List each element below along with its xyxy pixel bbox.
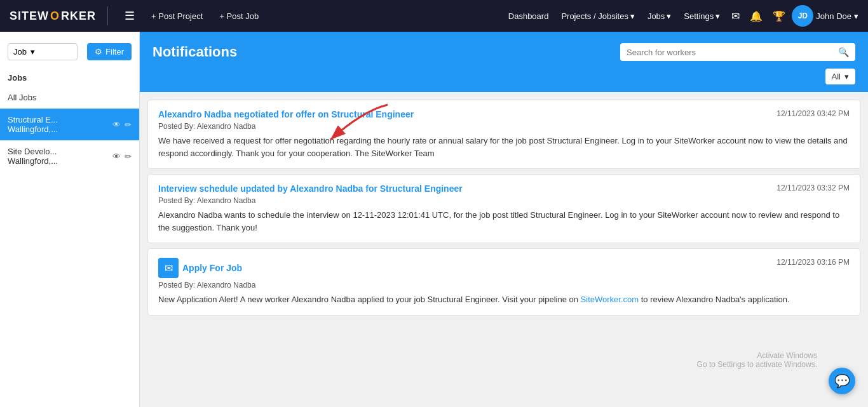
- post-job-button[interactable]: + Post Job: [214, 9, 264, 23]
- logo-text: SITEW: [10, 10, 49, 23]
- structural-job-location: Wallingford,...: [8, 124, 112, 134]
- search-workers-input[interactable]: [627, 48, 833, 57]
- nav-divider: [107, 6, 108, 25]
- notification-3-top: ✉ Apply For Job 12/11/2023 03:16 PM: [158, 258, 850, 278]
- trophy-icon-button[interactable]: 🏆: [769, 8, 789, 25]
- logo-rest: RKER: [61, 10, 96, 23]
- user-chevron-icon: ▾: [854, 11, 858, 21]
- notification-2-title[interactable]: Interview schedule updated by Alexandro …: [158, 183, 463, 194]
- notification-3-date: 12/11/2023 03:16 PM: [776, 258, 850, 267]
- notification-3-poster: Posted By: Alexandro Nadba: [158, 281, 850, 290]
- all-filter-dropdown[interactable]: All ▾: [825, 69, 855, 84]
- notification-1-poster: Posted By: Alexandro Nadba: [158, 122, 850, 131]
- edit-icon-2[interactable]: ✏: [125, 152, 132, 161]
- notification-2-poster: Posted By: Alexandro Nadba: [158, 196, 850, 205]
- filter-label: Filter: [105, 47, 124, 57]
- structural-job-name: Structural E...: [8, 115, 112, 124]
- notification-3-body: New Application Alert! A new worker Alex…: [158, 293, 850, 306]
- all-filter-label: All: [832, 72, 841, 81]
- envelope-icon: ✉: [158, 258, 179, 278]
- notification-card-1: Alexandro Nadba negotiated for offer on …: [147, 100, 860, 169]
- edit-icon[interactable]: ✏: [125, 120, 132, 130]
- notifications-list: Alexandro Nadba negotiated for offer on …: [140, 92, 868, 323]
- all-jobs-label: All Jobs: [8, 93, 132, 102]
- dropdown-chevron-icon: ▾: [31, 47, 35, 57]
- notifications-body: Alexandro Nadba negotiated for offer on …: [140, 92, 868, 323]
- projects-chevron-icon: ▾: [630, 11, 635, 21]
- notifications-title: Notifications: [153, 44, 237, 60]
- logo-accent: O: [50, 10, 60, 23]
- user-name-button[interactable]: John Doe ▾: [816, 11, 858, 21]
- eye-icon-2[interactable]: 👁: [112, 152, 121, 161]
- jobs-link[interactable]: Jobs ▾: [642, 9, 676, 23]
- site-devel-job-name: Site Develo...: [8, 147, 112, 156]
- job-type-dropdown[interactable]: Job ▾: [8, 43, 78, 60]
- settings-link[interactable]: Settings ▾: [679, 9, 725, 23]
- siteworker-link[interactable]: SiteWorker.com: [581, 295, 639, 304]
- nav-links: Dashboard Projects / Jobsites ▾ Jobs ▾ S…: [503, 5, 858, 27]
- notification-1-body: We have received a request for offer neg…: [158, 135, 850, 159]
- notification-3-title[interactable]: Apply For Job: [182, 263, 242, 273]
- filter-icon: ⚙: [95, 47, 102, 57]
- sidebar-item-structural[interactable]: Structural E... Wallingford,... 👁 ✏: [0, 109, 139, 140]
- sidebar: Job ▾ ⚙ Filter Jobs All Jobs Structural …: [0, 32, 140, 407]
- bell-icon-button[interactable]: 🔔: [746, 8, 766, 25]
- search-box: 🔍: [620, 43, 855, 61]
- hamburger-menu-button[interactable]: ☰: [119, 6, 140, 25]
- chat-bubble-button[interactable]: 💬: [829, 368, 855, 394]
- all-jobs-item[interactable]: All Jobs: [0, 86, 139, 109]
- user-name-label: John Doe: [816, 11, 851, 21]
- notification-card-2: Interview schedule updated by Alexandro …: [147, 174, 860, 243]
- filter-bar: All ▾: [140, 69, 868, 92]
- site-logo: SITEWORKER: [10, 10, 96, 23]
- site-devel-job-location: Wallingford,...: [8, 156, 112, 166]
- sidebar-filter-row: Job ▾ ⚙ Filter: [0, 38, 139, 65]
- notification-1-top: Alexandro Nadba negotiated for offer on …: [158, 109, 850, 119]
- sidebar-item-site-devel[interactable]: Site Develo... Wallingford,... 👁 ✏: [0, 140, 139, 172]
- mail-icon-button[interactable]: ✉: [728, 8, 743, 25]
- notifications-header: Notifications 🔍: [140, 32, 868, 69]
- top-navigation: SITEWORKER ☰ + Post Project + Post Job D…: [0, 0, 868, 32]
- settings-chevron-icon: ▾: [715, 11, 720, 21]
- notification-2-date: 12/11/2023 03:32 PM: [776, 183, 850, 192]
- jobs-section-label: Jobs: [0, 70, 139, 86]
- all-filter-chevron-icon: ▾: [844, 72, 849, 81]
- notification-1-date: 12/11/2023 03:42 PM: [776, 109, 850, 118]
- job-type-label: Job: [13, 47, 27, 57]
- notification-2-body: Alexandro Nadba wants to schedule the in…: [158, 209, 850, 234]
- eye-icon[interactable]: 👁: [112, 120, 121, 130]
- content-area: Notifications 🔍 All ▾: [140, 32, 868, 407]
- post-project-button[interactable]: + Post Project: [146, 9, 208, 23]
- main-layout: Job ▾ ⚙ Filter Jobs All Jobs Structural …: [0, 32, 868, 407]
- avatar-button[interactable]: JD: [792, 5, 813, 27]
- projects-jobsites-link[interactable]: Projects / Jobsites ▾: [556, 9, 640, 23]
- search-icon: 🔍: [838, 47, 849, 57]
- notification-2-top: Interview schedule updated by Alexandro …: [158, 183, 850, 194]
- jobs-chevron-icon: ▾: [667, 11, 671, 21]
- filter-button[interactable]: ⚙ Filter: [87, 43, 132, 60]
- notification-card-3: ✉ Apply For Job 12/11/2023 03:16 PM Post…: [147, 248, 860, 316]
- notification-1-title[interactable]: Alexandro Nadba negotiated for offer on …: [158, 109, 414, 119]
- dashboard-link[interactable]: Dashboard: [503, 9, 554, 23]
